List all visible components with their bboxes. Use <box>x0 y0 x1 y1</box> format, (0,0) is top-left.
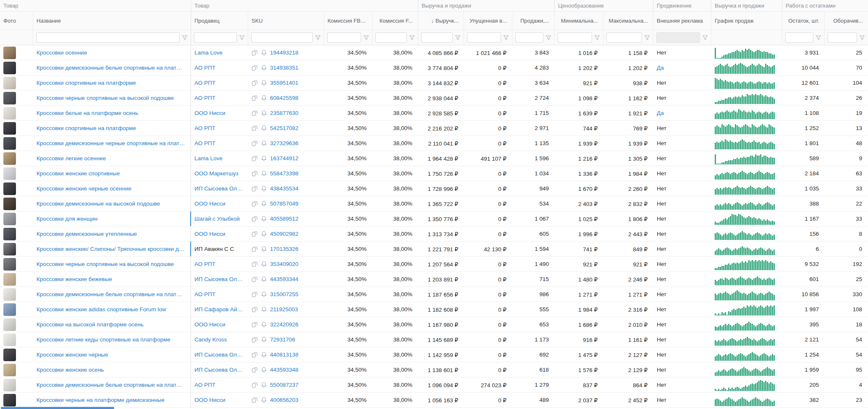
product-photo[interactable] <box>3 47 16 59</box>
bell-icon[interactable] <box>261 216 267 222</box>
product-name-link[interactable]: Кроссовки женские/ Слипоны/ Тряпочные кр… <box>37 246 185 252</box>
product-name-link[interactable]: Кроссовки летние кеды спортивные на плат… <box>37 336 170 343</box>
compare-icon[interactable] <box>252 246 258 252</box>
column-header-fbs-commission[interactable]: Комиссия F... <box>372 12 418 30</box>
sales-sparkline[interactable] <box>715 138 775 149</box>
product-name-link[interactable]: Кроссовки женские бежевые <box>37 276 112 282</box>
filter-input-lost-revenue[interactable] <box>467 32 501 43</box>
sales-sparkline[interactable] <box>715 228 775 240</box>
sku-link[interactable]: 170135326 <box>270 246 299 252</box>
column-header-sales[interactable]: Продажи,... <box>512 12 555 30</box>
bell-icon[interactable] <box>261 382 267 388</box>
column-header-lost-revenue[interactable]: Упущенная в... <box>464 12 512 30</box>
filter-funnel-icon[interactable] <box>409 35 415 41</box>
bell-icon[interactable] <box>261 110 267 116</box>
filter-funnel-icon[interactable] <box>859 35 865 41</box>
bell-icon[interactable] <box>261 246 267 252</box>
sales-sparkline[interactable] <box>715 198 775 210</box>
sales-sparkline[interactable] <box>715 379 775 391</box>
sku-link[interactable]: 355951401 <box>270 80 299 86</box>
sales-sparkline[interactable] <box>715 364 775 376</box>
sku-link[interactable]: 72931706 <box>270 336 295 343</box>
sku-link[interactable]: 438435534 <box>270 185 299 192</box>
product-photo[interactable] <box>3 379 16 391</box>
compare-icon[interactable] <box>252 321 258 328</box>
compare-icon[interactable] <box>252 80 258 86</box>
filter-input-revenue[interactable] <box>421 32 453 43</box>
filter-input-name[interactable] <box>36 32 180 43</box>
product-photo[interactable] <box>3 198 16 210</box>
column-header-name[interactable]: Название <box>33 12 191 30</box>
bell-icon[interactable] <box>261 140 267 146</box>
seller-link[interactable]: ООО Нисси <box>194 321 226 328</box>
bell-icon[interactable] <box>261 397 267 403</box>
compare-icon[interactable] <box>252 95 258 101</box>
compare-icon[interactable] <box>252 65 258 71</box>
sku-link[interactable]: 507857049 <box>270 201 299 207</box>
sku-link[interactable]: 322420926 <box>270 321 299 328</box>
compare-icon[interactable] <box>252 352 258 358</box>
sku-link[interactable]: 314938351 <box>270 65 299 71</box>
product-name-link[interactable]: Кроссовки спортивные на платформе <box>37 80 136 86</box>
compare-icon[interactable] <box>252 110 258 116</box>
product-photo[interactable] <box>3 77 16 89</box>
filter-input-turnover[interactable] <box>828 32 857 43</box>
filter-input-max-price[interactable] <box>606 32 642 43</box>
compare-icon[interactable] <box>252 367 258 373</box>
sku-link[interactable]: 353409020 <box>270 261 299 267</box>
filter-input-sales[interactable] <box>515 32 543 43</box>
seller-link[interactable]: ООО Нисси <box>194 110 226 116</box>
compare-icon[interactable] <box>252 125 258 131</box>
product-name-link[interactable]: Кроссовки на высокой платформе осень <box>37 321 144 328</box>
product-name-link[interactable]: Кроссовки спортивные на платформе <box>37 125 136 131</box>
product-name-link[interactable]: Кроссовки женские adidas спортивные Foru… <box>37 306 166 313</box>
column-header-max-price[interactable]: Максимальна... <box>603 12 653 30</box>
bell-icon[interactable] <box>261 49 267 56</box>
sales-sparkline[interactable] <box>715 77 775 89</box>
sku-link[interactable]: 400656203 <box>270 397 299 403</box>
product-name-link[interactable]: Кроссовки демисезонные на высокой подошв… <box>37 201 160 207</box>
seller-link[interactable]: АО РПТ <box>194 140 215 146</box>
bell-icon[interactable] <box>261 367 267 373</box>
product-photo[interactable] <box>3 364 16 376</box>
seller-link[interactable]: Lama Love <box>194 155 223 162</box>
column-header-min-price[interactable]: Минимальна... <box>555 12 603 30</box>
seller-link[interactable]: АО РПТ <box>194 65 215 71</box>
product-name-link[interactable]: Кроссовки черные спортивные на высокой п… <box>37 261 174 267</box>
sales-sparkline[interactable] <box>715 107 775 119</box>
product-name-link[interactable]: Кроссовки демисезонные черные спортивные… <box>37 140 186 146</box>
product-photo[interactable] <box>3 213 16 225</box>
compare-icon[interactable] <box>252 261 258 267</box>
seller-link[interactable]: Lama Love <box>194 49 223 56</box>
filter-input-fbo-commission[interactable] <box>327 32 361 43</box>
column-header-external-ads[interactable]: Внешняя реклама <box>653 12 711 30</box>
sales-sparkline[interactable] <box>715 289 775 300</box>
compare-icon[interactable] <box>252 306 258 313</box>
seller-link[interactable]: ООО Нисси <box>194 201 226 207</box>
product-name-link[interactable]: Кроссовки осенние <box>37 49 87 56</box>
bell-icon[interactable] <box>261 276 267 282</box>
product-photo[interactable] <box>3 167 16 180</box>
product-name-link[interactable]: Кроссовки женские спортивные <box>37 170 120 177</box>
bell-icon[interactable] <box>261 321 267 328</box>
sku-link[interactable]: 542517082 <box>270 125 299 131</box>
product-name-link[interactable]: Кроссовки женские осень <box>37 367 104 373</box>
seller-link[interactable]: АО РПТ <box>194 80 215 86</box>
sku-link[interactable]: 443593344 <box>270 276 299 282</box>
bell-icon[interactable] <box>261 291 267 297</box>
product-photo[interactable] <box>3 288 16 301</box>
product-photo[interactable] <box>3 62 16 74</box>
product-photo[interactable] <box>3 258 16 271</box>
sales-sparkline[interactable] <box>715 349 775 361</box>
sales-sparkline[interactable] <box>715 62 775 74</box>
seller-link[interactable]: ИП Сысоева Ольга <box>194 276 243 282</box>
bell-icon[interactable] <box>261 261 267 267</box>
compare-icon[interactable] <box>252 49 258 56</box>
sales-sparkline[interactable] <box>715 168 775 180</box>
product-name-link[interactable]: Кроссовки демисезонные белые спортивные … <box>37 291 186 297</box>
seller-link[interactable]: ИП Сысоева Ольга <box>194 367 243 373</box>
sales-sparkline[interactable] <box>715 334 775 346</box>
filter-input-stock[interactable] <box>785 32 813 43</box>
product-photo[interactable] <box>3 394 16 406</box>
seller-link[interactable]: АО РПТ <box>194 95 215 101</box>
